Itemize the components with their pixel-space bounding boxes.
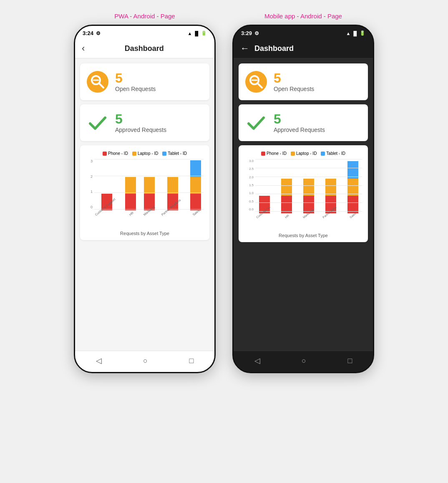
mobile-time: 3:29: [241, 30, 252, 36]
mobile-approved-label: Approved Requests: [274, 126, 325, 133]
pwa-y-axis: 3 2 1 0: [86, 159, 93, 217]
mobile-bar-customer: Customer Su.: [255, 159, 274, 220]
pwa-marketing-laptop: [144, 177, 155, 194]
pwa-gear-icon: ⚙: [96, 30, 101, 36]
pwa-hr-label: HR: [128, 211, 134, 217]
mobile-status-icons: ▲ ▐▌ 🔋: [346, 30, 365, 36]
pwa-bar-sales: Sales: [188, 159, 204, 217]
mobile-open-requests-card[interactable]: 5 Open Requests: [239, 63, 368, 100]
mobile-battery-icon: 🔋: [360, 30, 365, 36]
pwa-sales-phone: [190, 194, 201, 210]
mobile-bottom-nav: ◁ ○ □: [234, 351, 373, 372]
pwa-phone-frame: 3:24 ⚙ ▲ ▐▌ 🔋 ‹ Dashboard: [74, 25, 216, 373]
mobile-tablet-legend-label: Tablet - ID: [326, 151, 345, 156]
pwa-legend-laptop: Laptop - ID: [132, 151, 158, 156]
pwa-open-requests-info: 5 Open Requests: [115, 71, 156, 92]
pwa-hr-laptop: [125, 177, 136, 194]
pwa-back-button[interactable]: ‹: [82, 43, 85, 54]
mobile-bars-area: Customer Su. HR: [255, 159, 362, 220]
mobile-laptop-dot: [291, 152, 295, 156]
pwa-bars-area: Customer Support HR: [94, 159, 204, 217]
pwa-nav-title: Dashboard: [90, 44, 199, 53]
pwa-y1: 1: [86, 190, 93, 194]
mobile-y-axis: 3.0 2.5 2.0 1.5 1.0 0.5 0.0: [244, 159, 254, 220]
pwa-approved-label: Approved Requests: [115, 126, 166, 133]
pwa-y3: 3: [86, 159, 93, 163]
pwa-content: 5 Open Requests 5 Approved Requests: [75, 58, 214, 351]
pwa-battery-icon: 🔋: [201, 30, 207, 36]
mobile-tablet-dot: [321, 152, 325, 156]
mobile-home-btn[interactable]: ○: [302, 357, 306, 365]
pwa-label: PWA - Android - Page: [114, 13, 175, 20]
pwa-wifi-icon: ▲: [188, 31, 192, 36]
pwa-time: 3:24: [83, 30, 93, 36]
mobile-y05: 0.5: [244, 200, 254, 203]
pwa-laptop-dot: [132, 152, 136, 156]
mobile-hr-laptop: [281, 179, 292, 196]
mobile-hr-phone: [281, 196, 292, 213]
mobile-chart-body: 3.0 2.5 2.0 1.5 1.0 0.5 0.0: [243, 159, 364, 220]
mobile-y10: 1.0: [244, 191, 254, 195]
pwa-status-icons: ▲ ▐▌ 🔋: [188, 30, 207, 36]
mobile-legend-tablet: Tablet - ID: [321, 151, 345, 156]
mobile-bar-sales: Sales: [343, 159, 362, 220]
mobile-legend-phone: Phone - ID: [261, 151, 287, 156]
pwa-approved-count: 5: [115, 112, 123, 126]
svg-point-0: [87, 71, 108, 93]
pwa-bottom-nav: ◁ ○ □: [75, 351, 214, 372]
mobile-signal-icon: ▐▌: [352, 31, 358, 36]
pwa-sales-laptop: [190, 177, 201, 194]
mobile-phone-wrapper: Mobile app - Android - Page 3:29 ⚙ ▲ ▐▌ …: [232, 13, 374, 373]
mobile-approved-info: 5 Approved Requests: [274, 112, 325, 133]
mobile-chart-title: Requests by Asset Type: [243, 233, 364, 238]
mobile-recent-btn[interactable]: □: [347, 357, 352, 365]
pwa-open-requests-card[interactable]: 5 Open Requests: [80, 63, 209, 100]
mobile-chart-legend: Phone - ID Laptop - ID Tablet - ID: [243, 151, 364, 156]
mobile-nav-bar: ← Dashboard: [234, 39, 373, 58]
mobile-bar-marketing: Marketing: [300, 159, 318, 220]
pwa-recent-btn[interactable]: □: [189, 357, 194, 365]
mobile-gear-icon: ⚙: [254, 30, 259, 36]
pwa-tablet-dot: [162, 152, 166, 156]
mobile-back-button[interactable]: ←: [240, 43, 249, 54]
mobile-hr-label: HR: [284, 214, 289, 219]
pwa-phone-dot: [103, 152, 107, 156]
pwa-tablet-legend-label: Tablet - ID: [168, 151, 187, 156]
pwa-partner-laptop: [167, 177, 178, 194]
mobile-approved-count: 5: [274, 112, 281, 126]
pwa-bar-partner: Partner Relations: [161, 159, 185, 217]
pwa-nav-bar: ‹ Dashboard: [75, 39, 214, 58]
pwa-chart-body: 3 2 1 0: [84, 159, 205, 217]
pwa-open-requests-icon: [87, 71, 108, 93]
pwa-back-nav-btn[interactable]: ◁: [96, 356, 102, 365]
pwa-hr-phone: [125, 194, 136, 210]
mobile-sales-tablet: [347, 161, 358, 179]
pwa-bar-customer: Customer Support: [94, 159, 120, 217]
mobile-open-info: 5 Open Requests: [274, 71, 314, 92]
mobile-phone-legend-label: Phone - ID: [267, 151, 287, 156]
pwa-phone-wrapper: PWA - Android - Page 3:24 ⚙ ▲ ▐▌ 🔋 ‹ Das…: [74, 13, 216, 373]
mobile-open-count: 5: [274, 71, 281, 85]
mobile-approved-icon: [245, 112, 267, 134]
pwa-open-label: Open Requests: [115, 86, 156, 92]
mobile-y25: 2.5: [244, 167, 254, 171]
pwa-chart-legend: Phone - ID Laptop - ID Tablet - ID: [84, 151, 205, 156]
mobile-content: 5 Open Requests 5 Approved Requests: [234, 58, 373, 351]
mobile-phone-frame: 3:29 ⚙ ▲ ▐▌ 🔋 ← Dashboard: [232, 25, 374, 373]
pwa-bar-marketing: Marketing: [142, 159, 157, 217]
mobile-approved-card[interactable]: 5 Approved Requests: [239, 104, 368, 141]
mobile-bar-partner: Partner Rela.: [321, 159, 340, 220]
pwa-approved-icon: [87, 112, 108, 134]
pwa-signal-icon: ▐▌: [193, 31, 200, 36]
pwa-chart-card: Phone - ID Laptop - ID Tablet - ID 3: [80, 145, 209, 240]
pwa-home-btn[interactable]: ○: [143, 357, 148, 365]
mobile-label: Mobile app - Android - Page: [264, 13, 342, 20]
mobile-open-label: Open Requests: [274, 86, 314, 92]
pwa-approved-requests-card[interactable]: 5 Approved Requests: [80, 104, 209, 141]
mobile-wifi-icon: ▲: [346, 31, 351, 36]
mobile-partner-laptop: [325, 179, 336, 196]
pwa-laptop-legend-label: Laptop - ID: [138, 151, 158, 156]
mobile-back-nav-btn[interactable]: ◁: [254, 356, 260, 365]
mobile-sales-laptop: [347, 179, 358, 196]
mobile-y15: 1.5: [244, 183, 254, 187]
